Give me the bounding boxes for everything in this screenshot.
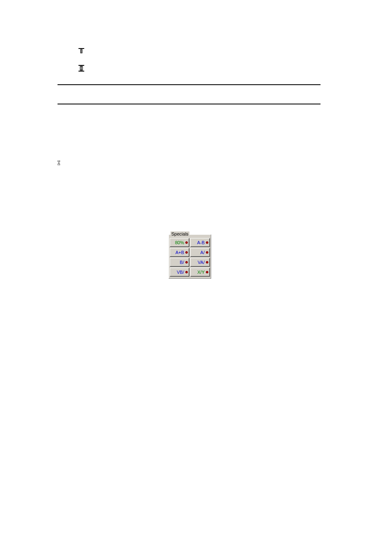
special-btn-a-minus-b[interactable]: A-B <box>190 238 210 247</box>
specials-panel: Specials 80% A-B A+B A/ B/ <box>168 234 211 279</box>
special-btn-a-slash[interactable]: A/ <box>190 248 210 257</box>
led-icon <box>185 241 188 244</box>
svg-rect-5 <box>58 160 60 162</box>
divider-2 <box>58 104 321 104</box>
special-btn-x-over-y[interactable]: X/Y <box>190 268 210 277</box>
led-icon <box>206 261 208 264</box>
connector-icon <box>57 160 63 166</box>
svg-rect-3 <box>78 71 84 72</box>
divider-1 <box>58 84 321 85</box>
svg-rect-2 <box>78 65 84 66</box>
special-btn-label: VB/ <box>171 270 185 275</box>
special-btn-label: 80% <box>171 240 185 245</box>
special-btn-b-slash[interactable]: B/ <box>170 258 189 267</box>
led-icon <box>206 251 208 254</box>
specials-title: Specials <box>171 231 189 236</box>
svg-rect-0 <box>78 48 84 49</box>
special-btn-va-slash[interactable]: VA/ <box>190 258 210 267</box>
led-icon <box>206 241 208 244</box>
special-btn-80pct[interactable]: 80% <box>170 238 189 247</box>
led-icon <box>185 261 188 264</box>
special-btn-label: A-B <box>191 240 206 245</box>
specials-grid: 80% A-B A+B A/ B/ VA/ <box>170 238 210 277</box>
stretch-vertical-icon <box>78 65 85 72</box>
special-btn-a-plus-b[interactable]: A+B <box>170 248 189 257</box>
special-btn-vb-slash[interactable]: VB/ <box>170 268 189 277</box>
svg-rect-6 <box>58 164 60 165</box>
special-btn-label: X/Y <box>191 270 206 275</box>
svg-rect-1 <box>81 49 82 53</box>
special-btn-label: A/ <box>191 250 206 255</box>
led-icon <box>185 251 188 254</box>
special-btn-label: A+B <box>171 250 185 255</box>
led-icon <box>185 271 188 273</box>
special-btn-label: B/ <box>171 260 185 265</box>
led-icon <box>206 271 208 273</box>
special-btn-label: VA/ <box>191 260 206 265</box>
align-top-icon <box>78 48 85 54</box>
